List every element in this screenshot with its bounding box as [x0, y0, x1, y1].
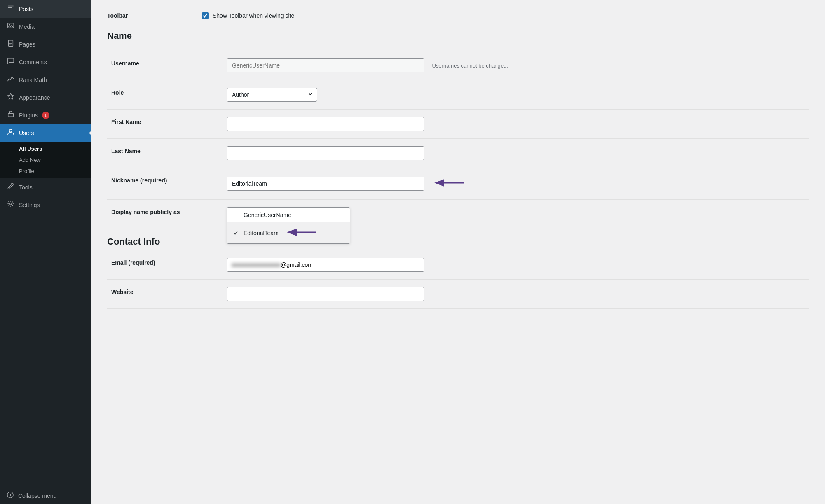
- plugins-badge: 1: [42, 112, 49, 119]
- name-section-title: Name: [107, 30, 809, 41]
- generic-checkmark: [234, 212, 240, 218]
- tools-icon: [7, 182, 15, 192]
- collapse-menu-button[interactable]: Collapse menu: [0, 487, 91, 504]
- settings-icon: [7, 200, 15, 210]
- collapse-icon: [7, 491, 14, 500]
- toolbar-row: Toolbar Show Toolbar when viewing site: [107, 12, 809, 19]
- sidebar-item-settings-label: Settings: [19, 202, 40, 208]
- first-name-input[interactable]: [227, 117, 424, 131]
- display-name-arrow-annotation: [285, 226, 318, 239]
- sidebar-submenu-add-new[interactable]: Add New: [0, 154, 91, 166]
- sidebar: Posts Media Pages Comments: [0, 0, 91, 504]
- sidebar-submenu-profile[interactable]: Profile: [0, 166, 91, 177]
- username-row: Username Usernames cannot be changed.: [107, 51, 809, 80]
- first-name-label: First Name: [107, 110, 214, 139]
- sidebar-item-settings[interactable]: Settings: [0, 196, 91, 214]
- sidebar-submenu-all-users[interactable]: All Users: [0, 143, 91, 154]
- sidebar-item-pages-label: Pages: [19, 41, 35, 48]
- collapse-menu-label: Collapse menu: [18, 492, 56, 499]
- website-input[interactable]: [227, 287, 424, 301]
- contact-section-title: Contact Info: [107, 236, 809, 247]
- posts-icon: [7, 4, 15, 14]
- contact-form-table: Email (required) xxxxxxxxxxxxxxxxx@gmail…: [107, 250, 809, 309]
- sidebar-item-rank-math[interactable]: Rank Math: [0, 71, 91, 89]
- role-label: Role: [107, 80, 214, 110]
- last-name-row: Last Name: [107, 139, 809, 168]
- email-row: Email (required) xxxxxxxxxxxxxxxxx@gmail…: [107, 250, 809, 280]
- appearance-icon: [7, 93, 15, 102]
- website-label: Website: [107, 280, 214, 309]
- role-select-wrapper: Administrator Editor Author Contributor …: [227, 88, 317, 102]
- email-input[interactable]: [227, 258, 424, 272]
- role-row: Role Administrator Editor Author Contrib…: [107, 80, 809, 110]
- profile-form-table: Username Usernames cannot be changed. Ro…: [107, 51, 809, 223]
- svg-point-5: [10, 203, 12, 205]
- plugins-icon: [7, 110, 15, 120]
- display-name-dropdown[interactable]: GenericUserName ✓ EditorialTeam: [227, 207, 350, 244]
- email-field-wrapper: xxxxxxxxxxxxxxxxx@gmail.com: [227, 258, 424, 272]
- sidebar-item-plugins[interactable]: Plugins 1: [0, 106, 91, 124]
- toolbar-field-label: Toolbar: [107, 12, 198, 19]
- sidebar-item-users[interactable]: Users: [0, 124, 91, 142]
- sidebar-item-plugins-label: Plugins: [19, 112, 38, 119]
- dropdown-item-editorial[interactable]: ✓ EditorialTeam: [227, 222, 350, 243]
- nickname-input[interactable]: [227, 177, 424, 191]
- dropdown-label-editorial: EditorialTeam: [244, 230, 279, 236]
- dropdown-label-generic: GenericUserName: [244, 212, 291, 218]
- username-input: [227, 58, 424, 72]
- username-label: Username: [107, 51, 214, 80]
- sidebar-item-appearance-label: Appearance: [19, 94, 50, 101]
- first-name-row: First Name: [107, 110, 809, 139]
- last-name-label: Last Name: [107, 139, 214, 168]
- svg-point-4: [9, 129, 12, 132]
- sidebar-active-arrow: [89, 127, 95, 139]
- sidebar-item-rank-math-label: Rank Math: [19, 77, 47, 83]
- sidebar-item-users-label: Users: [19, 130, 34, 136]
- nickname-arrow-annotation: [433, 175, 466, 192]
- display-name-row: Display name publicly as GenericUserName…: [107, 200, 809, 223]
- last-name-input[interactable]: [227, 146, 424, 160]
- rank-math-icon: [7, 75, 15, 84]
- sidebar-item-comments-label: Comments: [19, 59, 47, 65]
- sidebar-item-posts[interactable]: Posts: [0, 0, 91, 18]
- display-name-label: Display name publicly as: [107, 200, 214, 223]
- username-note: Usernames cannot be changed.: [432, 63, 508, 69]
- svg-rect-3: [8, 113, 14, 117]
- users-icon: [7, 128, 15, 138]
- email-label: Email (required): [107, 250, 214, 280]
- sidebar-item-tools[interactable]: Tools: [0, 178, 91, 196]
- nickname-label: Nickname (required): [107, 168, 214, 200]
- sidebar-item-appearance[interactable]: Appearance: [0, 89, 91, 106]
- website-row: Website: [107, 280, 809, 309]
- toolbar-checkbox[interactable]: [202, 12, 209, 19]
- main-content: Toolbar Show Toolbar when viewing site N…: [91, 0, 825, 504]
- toolbar-checkbox-label: Show Toolbar when viewing site: [213, 12, 294, 19]
- role-select[interactable]: Administrator Editor Author Contributor …: [227, 88, 317, 102]
- svg-point-1: [9, 24, 10, 26]
- sidebar-item-media[interactable]: Media: [0, 18, 91, 35]
- nickname-row: Nickname (required): [107, 168, 809, 200]
- editorial-checkmark: ✓: [234, 230, 240, 236]
- sidebar-item-media-label: Media: [19, 23, 35, 30]
- nickname-input-row: [227, 175, 804, 192]
- sidebar-item-tools-label: Tools: [19, 184, 33, 191]
- pages-icon: [7, 40, 15, 49]
- comments-icon: [7, 57, 15, 67]
- dropdown-item-generic[interactable]: GenericUserName: [227, 208, 350, 222]
- sidebar-item-pages[interactable]: Pages: [0, 35, 91, 53]
- media-icon: [7, 22, 15, 31]
- sidebar-item-posts-label: Posts: [19, 6, 33, 12]
- users-submenu: All Users Add New Profile: [0, 142, 91, 178]
- sidebar-item-comments[interactable]: Comments: [0, 53, 91, 71]
